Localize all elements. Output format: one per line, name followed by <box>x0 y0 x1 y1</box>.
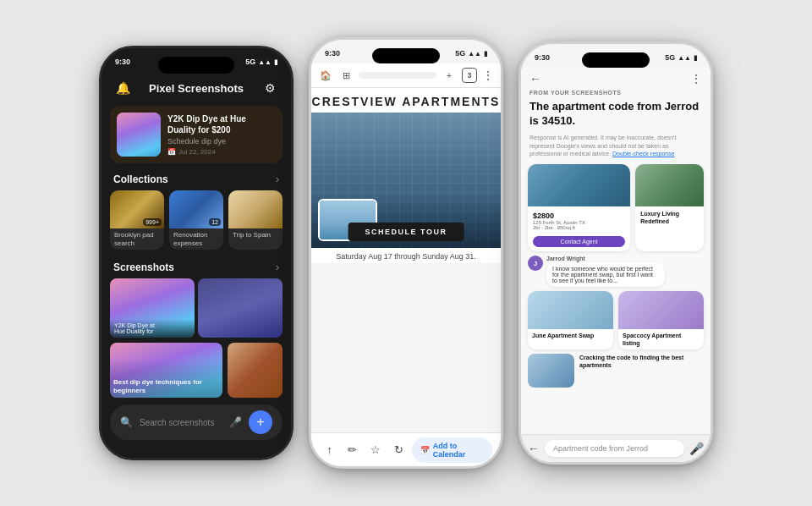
browser-add-tab-icon[interactable]: + <box>442 68 457 83</box>
collection-brooklyn-label: Brooklyn pad search <box>110 228 164 250</box>
schedule-tour-button[interactable]: SCHEDULE TOUR <box>348 223 464 241</box>
screenshots-grid: Y2K Dip Dye atHue Duality for <box>102 277 291 341</box>
battery-icon-3: ▮ <box>694 54 697 62</box>
collection-trip[interactable]: Trip to Spain <box>228 190 283 250</box>
cards-row: $2800 125 Forth St, Austin TX 2br · 2ba … <box>521 162 710 254</box>
settings-icon[interactable]: ⚙ <box>261 79 279 97</box>
apt-title: CRESTVIEW APARTMENTS <box>311 88 501 113</box>
back-icon[interactable]: ← <box>529 72 541 85</box>
contact-agent-button[interactable]: Contact Agent <box>533 236 625 247</box>
apt-page: CRESTVIEW APARTMENTS SCHEDULE TOUR Satur… <box>311 88 501 425</box>
phone3-content: ← ⋮ FROM YOUR SCREENSHOTS The apartment … <box>521 68 710 462</box>
phone3-header: ← ⋮ <box>521 68 710 88</box>
status-time-1: 9:30 <box>115 58 130 66</box>
dip-dye-bg: Best dip dye techniques for beginners <box>110 343 222 398</box>
collection-brooklyn-badge: 999+ <box>143 218 162 226</box>
apt-listing-img <box>528 164 630 206</box>
bottom-text-section: Best dip dye techniques for beginners <box>102 341 291 401</box>
menu-icon-p3[interactable]: ⋮ <box>690 72 702 85</box>
screenshots-header: Screenshots › <box>102 255 291 277</box>
fab-icon: + <box>256 415 264 430</box>
disclaimer-text: Response is AI generated. It may be inac… <box>521 132 710 162</box>
collection-brooklyn[interactable]: 999+ Brooklyn pad search <box>110 190 164 250</box>
wifi-icon-2: ▲▲ <box>468 50 481 58</box>
edit-icon[interactable]: ✏ <box>343 439 362 461</box>
screenshot-grid-pink-label: Y2K Dip Dye atHue Duality for <box>110 319 195 338</box>
collection-renovation-label: Renovation expenses <box>169 228 223 250</box>
apt-listing-body: $2800 125 Forth St, Austin TX 2br · 2ba … <box>528 206 630 234</box>
screenshot-card-subtitle: Schedule dip dye <box>167 137 276 146</box>
url-bar[interactable] <box>359 72 436 79</box>
spaccy-img <box>618 291 704 329</box>
bottom-text-right[interactable] <box>228 343 283 398</box>
search-placeholder-text: Search screenshots <box>140 418 222 427</box>
mic-icon-p3[interactable]: 🎤 <box>689 442 704 455</box>
browser-tab-icon[interactable]: ⊞ <box>338 68 354 83</box>
collections-row: 999+ Brooklyn pad search 12 Renovation e… <box>102 189 291 255</box>
search-bar[interactable]: 🔍 Search screenshots 🎤 + <box>110 404 283 440</box>
cracking-row: Cracking the code to finding the best ap… <box>521 352 710 389</box>
refresh-icon[interactable]: ↻ <box>389 439 409 461</box>
screenshot-card[interactable]: Y2K Dip Dye at Hue Duality for $200 Sche… <box>110 106 283 163</box>
collection-renovation-img: 12 <box>169 190 223 228</box>
signal-3: 5G <box>665 53 675 62</box>
luxury-living-img <box>635 164 704 206</box>
june-swap-card[interactable]: June Apartment Swap <box>528 291 613 349</box>
add-to-calendar-button[interactable]: 📅 Add to Calendar <box>412 437 492 463</box>
input-bar: ← Apartment code from Jerrod 🎤 <box>521 434 710 462</box>
add-cal-label: Add to Calendar <box>433 442 484 459</box>
spaccy-title: Spaccocy Apartment listing <box>618 329 704 349</box>
dip-dye-text: Best dip dye techniques for beginners <box>113 378 219 394</box>
collection-trip-label: Trip to Spain <box>228 228 283 242</box>
screenshots-label: Screenshots <box>113 261 174 273</box>
collections-label: Collections <box>113 173 168 185</box>
main-answer-text: The apartment code from Jerrod is 34510. <box>521 97 710 132</box>
date-text: Jul 22, 2024 <box>178 148 216 156</box>
share-icon[interactable]: ↑ <box>320 439 339 461</box>
chat-bubble-jarrod: I know someone who would be perfect for … <box>546 262 665 287</box>
search-input-p3[interactable]: Apartment code from Jerrod <box>545 440 684 457</box>
mic-icon-p1[interactable]: 🎤 <box>229 416 242 428</box>
status-right-1: 5G ▲▲ ▮ <box>245 58 277 66</box>
phone1-header: 🔔 Pixel Screenshots ⚙ <box>102 72 291 102</box>
screenshot-grid-purple[interactable] <box>198 278 283 338</box>
june-swap-title: June Apartment Swap <box>528 329 613 342</box>
battery-icon-1: ▮ <box>274 58 277 66</box>
calendar-icon: 📅 <box>167 148 176 156</box>
luxury-living-card[interactable]: Luxury Living Redefined <box>635 164 704 251</box>
apt-listing-card[interactable]: $2800 125 Forth St, Austin TX 2br · 2ba … <box>528 164 630 251</box>
bookmark-icon[interactable]: ☆ <box>365 439 385 461</box>
wifi-icon-1: ▲▲ <box>258 58 272 66</box>
status-right-3: 5G ▲▲ ▮ <box>665 53 697 62</box>
fab-button[interactable]: + <box>249 410 272 434</box>
browser-menu-icon[interactable]: ⋮ <box>482 69 494 82</box>
notification-icon[interactable]: 🔔 <box>113 79 132 97</box>
collection-renovation-badge: 12 <box>209 218 221 226</box>
apt-hero: SCHEDULE TOUR <box>311 113 501 248</box>
collections-arrow-icon[interactable]: › <box>276 173 279 185</box>
screenshot-grid-pink[interactable]: Y2K Dip Dye atHue Duality for <box>110 278 195 338</box>
phone2-content: 🏠 ⊞ + 3 ⋮ CRESTVIEW APARTMENTS SCHEDULE … <box>311 63 501 466</box>
collection-brooklyn-img: 999+ <box>110 190 164 228</box>
browser-home-icon[interactable]: 🏠 <box>318 68 333 83</box>
double-check-link[interactable]: Double-check response <box>612 151 675 157</box>
status-time-2: 9:30 <box>325 49 340 58</box>
collection-trip-img <box>228 190 283 228</box>
screenshots-arrow-icon[interactable]: › <box>276 261 279 273</box>
signal-1: 5G <box>245 58 255 66</box>
input-back-icon[interactable]: ← <box>528 442 540 455</box>
apt-size: 2br · 2ba · 950sq ft <box>533 225 625 230</box>
dynamic-island-2 <box>372 48 440 63</box>
collection-renovation[interactable]: 12 Renovation expenses <box>169 190 223 250</box>
phone-2: 9:30 5G ▲▲ ▮ 🏠 ⊞ + 3 ⋮ CRESTVIEW APARTME… <box>309 37 503 469</box>
bottom-cards-row: June Apartment Swap Spaccocy Apartment l… <box>521 289 710 352</box>
signal-2: 5G <box>455 49 465 58</box>
calendar-icon-p2: 📅 <box>420 446 430 454</box>
bottom-text-main[interactable]: Best dip dye techniques for beginners <box>110 343 222 398</box>
from-screenshots-label: FROM YOUR SCREENSHOTS <box>521 88 710 97</box>
spaccy-card[interactable]: Spaccocy Apartment listing <box>618 291 704 349</box>
dip-dye-person: Best dip dye techniques for beginners <box>110 343 222 398</box>
apt-price: $2800 <box>533 212 625 220</box>
tab-count[interactable]: 3 <box>462 68 477 83</box>
phone1-title: Pixel Screenshots <box>149 82 244 95</box>
